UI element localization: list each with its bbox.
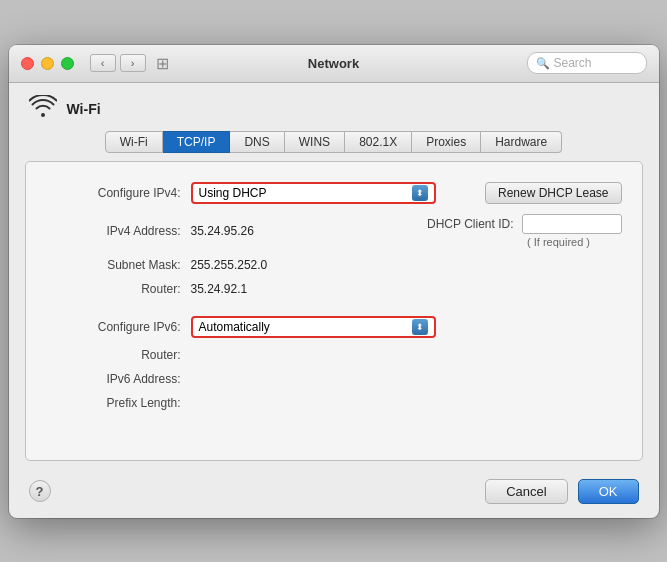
wifi-header: Wi-Fi	[9, 83, 659, 131]
ipv6-router-row: Router:	[46, 348, 622, 362]
router-value: 35.24.92.1	[191, 282, 248, 296]
ipv6-address-label: IPv6 Address:	[46, 372, 191, 386]
ipv4-address-label: IPv4 Address:	[46, 224, 191, 238]
configure-ipv6-row: Configure IPv6: Automatically ⬍	[46, 316, 622, 338]
subnet-mask-label: Subnet Mask:	[46, 258, 191, 272]
configure-ipv6-value: Automatically	[199, 320, 270, 334]
configure-ipv4-value: Using DHCP	[199, 186, 267, 200]
ipv6-address-row: IPv6 Address:	[46, 372, 622, 386]
ipv4-address-value: 35.24.95.26	[191, 224, 254, 238]
title-bar: ‹ › ⊞ Network 🔍 Search	[9, 45, 659, 83]
router-label: Router:	[46, 282, 191, 296]
configure-ipv4-dropdown[interactable]: Using DHCP ⬍	[191, 182, 436, 204]
configure-ipv4-row: Configure IPv4: Using DHCP ⬍ Renew DHCP …	[46, 182, 622, 204]
grid-icon: ⊞	[156, 54, 169, 73]
search-bar[interactable]: 🔍 Search	[527, 52, 647, 74]
prefix-length-label: Prefix Length:	[46, 396, 191, 410]
ipv4-address-row: IPv4 Address: 35.24.95.26 DHCP Client ID…	[46, 214, 622, 248]
tab-dns[interactable]: DNS	[230, 131, 284, 153]
help-button[interactable]: ?	[29, 480, 51, 502]
ok-button[interactable]: OK	[578, 479, 639, 504]
tab-hardware[interactable]: Hardware	[481, 131, 562, 153]
window-title: Network	[308, 56, 359, 71]
router-row: Router: 35.24.92.1	[46, 282, 622, 296]
tab-wifi[interactable]: Wi-Fi	[105, 131, 163, 153]
dhcp-client-label: DHCP Client ID:	[427, 217, 513, 231]
bottom-bar: ? Cancel OK	[9, 471, 659, 518]
tab-proxies[interactable]: Proxies	[412, 131, 481, 153]
action-buttons: Cancel OK	[485, 479, 638, 504]
dhcp-client-input[interactable]	[522, 214, 622, 234]
tabs-bar: Wi-Fi TCP/IP DNS WINS 802.1X Proxies Har…	[9, 131, 659, 161]
ipv6-dropdown-arrow-icon: ⬍	[412, 319, 428, 335]
subnet-mask-row: Subnet Mask: 255.255.252.0	[46, 258, 622, 272]
tab-tcpip[interactable]: TCP/IP	[163, 131, 231, 153]
search-placeholder: Search	[554, 56, 592, 70]
tab-wins[interactable]: WINS	[285, 131, 345, 153]
dhcp-client-row: DHCP Client ID:	[427, 214, 621, 234]
forward-button[interactable]: ›	[120, 54, 146, 72]
configure-ipv6-dropdown[interactable]: Automatically ⬍	[191, 316, 436, 338]
if-required-text: ( If required )	[527, 236, 590, 248]
dropdown-arrow-icon: ⬍	[412, 185, 428, 201]
content-area: Wi-Fi Wi-Fi TCP/IP DNS WINS 802.1X Proxi…	[9, 83, 659, 518]
ipv6-router-label: Router:	[46, 348, 191, 362]
configure-ipv6-label: Configure IPv6:	[46, 320, 191, 334]
configure-ipv4-label: Configure IPv4:	[46, 186, 191, 200]
maximize-button[interactable]	[61, 57, 74, 70]
wifi-icon	[29, 95, 57, 123]
renew-dhcp-button[interactable]: Renew DHCP Lease	[485, 182, 622, 204]
cancel-button[interactable]: Cancel	[485, 479, 567, 504]
prefix-length-row: Prefix Length:	[46, 396, 622, 410]
minimize-button[interactable]	[41, 57, 54, 70]
traffic-lights	[21, 57, 74, 70]
network-window: ‹ › ⊞ Network 🔍 Search Wi-Fi Wi-Fi	[9, 45, 659, 518]
tab-8021x[interactable]: 802.1X	[345, 131, 412, 153]
settings-panel: Configure IPv4: Using DHCP ⬍ Renew DHCP …	[25, 161, 643, 461]
nav-buttons: ‹ ›	[90, 54, 146, 72]
subnet-mask-value: 255.255.252.0	[191, 258, 268, 272]
wifi-label: Wi-Fi	[67, 101, 101, 117]
back-button[interactable]: ‹	[90, 54, 116, 72]
close-button[interactable]	[21, 57, 34, 70]
search-icon: 🔍	[536, 57, 550, 70]
